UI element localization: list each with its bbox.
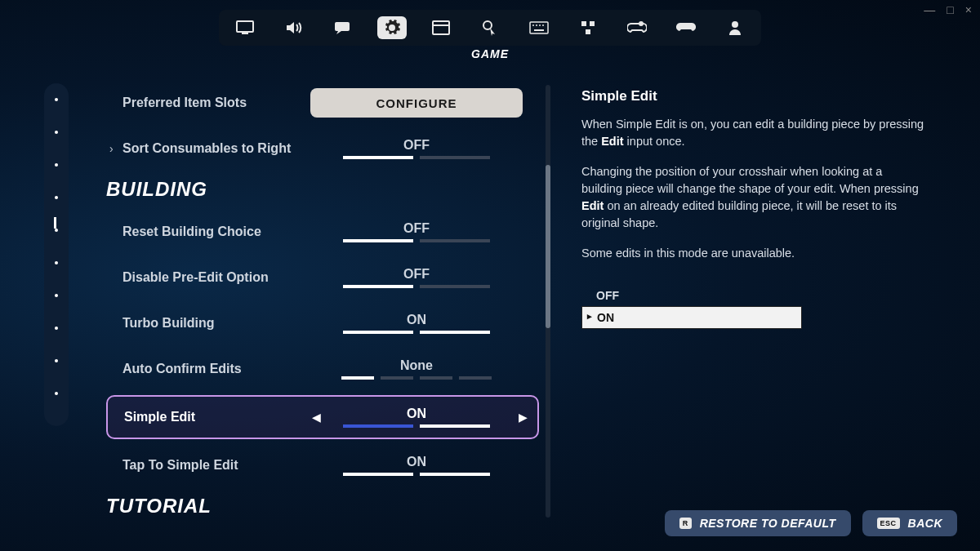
section-nav[interactable]	[44, 83, 69, 426]
setting-label: Sort Consumables to Right	[122, 141, 310, 156]
settings-tab-bar	[219, 10, 761, 46]
nav-dot[interactable]	[55, 327, 58, 330]
description-paragraph: Changing the position of your crosshair …	[581, 163, 924, 232]
svg-rect-0	[237, 21, 253, 32]
section-header-tutorial: TUTORIAL	[106, 495, 539, 518]
active-tab-label: GAME	[471, 47, 509, 60]
nav-dot[interactable]	[55, 131, 58, 134]
value-indicator	[343, 239, 490, 242]
value-indicator	[343, 424, 490, 428]
svg-point-9	[539, 24, 541, 26]
nav-dot[interactable]	[55, 163, 58, 167]
setting-value: ON	[407, 313, 426, 327]
description-paragraph: Some edits in this mode are unavailable.	[581, 245, 924, 262]
svg-rect-2	[335, 22, 350, 31]
key-hint: R	[679, 518, 692, 529]
nav-dot[interactable]	[55, 392, 58, 395]
volume-icon[interactable]	[279, 16, 309, 39]
setting-auto-confirm-edits[interactable]: Auto Confirm Edits None	[106, 349, 539, 389]
nav-dot[interactable]	[55, 196, 58, 199]
scrollbar-thumb[interactable]	[546, 165, 550, 328]
touch-icon[interactable]	[475, 16, 505, 39]
gamepad-settings-icon[interactable]	[622, 16, 652, 39]
monitor-icon[interactable]	[230, 16, 260, 39]
value-indicator	[343, 285, 490, 288]
svg-point-5	[483, 21, 492, 29]
svg-rect-1	[242, 33, 248, 34]
nav-dot[interactable]	[55, 98, 58, 101]
setting-disable-preedit[interactable]: Disable Pre-Edit Option OFF	[106, 258, 539, 297]
setting-value: ON	[407, 455, 426, 469]
nav-dot[interactable]	[55, 294, 58, 297]
configure-button[interactable]: CONFIGURE	[310, 88, 523, 118]
button-label: BACK	[908, 517, 942, 530]
setting-preferred-item-slots[interactable]: Preferred Item Slots CONFIGURE	[106, 83, 539, 122]
gamepad-icon[interactable]	[671, 16, 701, 39]
svg-point-8	[536, 24, 537, 26]
option-off[interactable]: OFF	[581, 285, 802, 306]
back-button[interactable]: ESC BACK	[862, 510, 957, 536]
setting-label: Turbo Building	[122, 316, 310, 331]
svg-rect-3	[433, 21, 449, 34]
value-indicator	[343, 156, 490, 159]
svg-rect-6	[530, 22, 548, 33]
section-header-building: BUILDING	[106, 178, 539, 201]
setting-label: Simple Edit	[124, 410, 312, 424]
value-indicator	[343, 473, 490, 476]
setting-value: OFF	[403, 221, 430, 236]
nav-current-marker	[54, 217, 56, 229]
restore-default-button[interactable]: R RESTORE TO DEFAULT	[665, 510, 851, 536]
setting-tap-to-simple-edit[interactable]: Tap To Simple Edit ON	[106, 446, 539, 485]
setting-auto-sort[interactable]: › Sort Consumables to Right OFF	[106, 129, 539, 168]
chevron-right-icon[interactable]: ▶	[519, 411, 528, 424]
svg-rect-13	[590, 21, 595, 26]
setting-label: Auto Confirm Edits	[122, 362, 310, 376]
value-indicator	[341, 376, 492, 380]
minimize-button[interactable]: —	[924, 3, 935, 16]
svg-point-10	[542, 24, 544, 26]
settings-list: Preferred Item Slots CONFIGURE › Sort Co…	[106, 83, 539, 524]
maximize-button[interactable]: □	[947, 3, 953, 16]
setting-label: Preferred Item Slots	[122, 96, 310, 110]
value-indicator	[343, 331, 490, 334]
svg-rect-14	[586, 29, 590, 34]
button-label: RESTORE TO DEFAULT	[700, 517, 836, 530]
nav-dot[interactable]	[55, 261, 58, 264]
setting-reset-building-choice[interactable]: Reset Building Choice OFF	[106, 212, 539, 251]
setting-value: None	[400, 358, 433, 373]
keyboard-icon[interactable]	[524, 16, 554, 39]
nav-dot[interactable]	[55, 229, 58, 232]
option-list: OFF ON	[581, 285, 802, 329]
svg-point-16	[732, 21, 738, 28]
nav-dot[interactable]	[55, 359, 58, 362]
setting-label: Reset Building Choice	[122, 224, 310, 239]
svg-point-15	[639, 21, 644, 26]
chevron-right-icon: ›	[109, 142, 114, 155]
description-paragraph: When Simple Edit is on, you can edit a b…	[581, 116, 924, 150]
chat-icon[interactable]	[328, 16, 358, 39]
gear-icon[interactable]	[377, 16, 407, 39]
user-icon[interactable]	[720, 16, 750, 39]
svg-point-7	[532, 24, 534, 26]
browser-icon[interactable]	[426, 16, 456, 39]
option-on[interactable]: ON	[581, 306, 802, 329]
setting-value: ON	[407, 407, 426, 421]
description-panel: Simple Edit When Simple Edit is on, you …	[581, 88, 924, 329]
key-hint: ESC	[877, 518, 900, 529]
svg-rect-11	[534, 29, 544, 31]
accessibility-icon[interactable]	[573, 16, 603, 39]
setting-value: OFF	[403, 267, 430, 282]
description-title: Simple Edit	[581, 88, 924, 104]
close-button[interactable]: ×	[965, 3, 972, 16]
setting-label: Tap To Simple Edit	[122, 458, 310, 473]
scrollbar[interactable]	[546, 85, 550, 518]
setting-label: Disable Pre-Edit Option	[122, 270, 310, 285]
setting-simple-edit[interactable]: Simple Edit ◀ ON ▶	[106, 395, 539, 439]
svg-rect-12	[581, 21, 586, 26]
setting-turbo-building[interactable]: Turbo Building ON	[106, 304, 539, 343]
setting-value: OFF	[403, 138, 430, 153]
